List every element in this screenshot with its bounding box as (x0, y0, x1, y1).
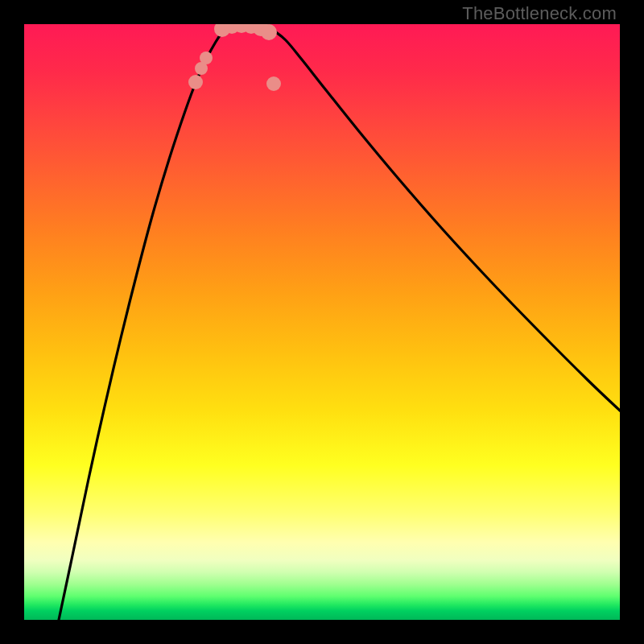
data-marker (266, 76, 281, 91)
watermark-text: TheBottleneck.com (462, 3, 617, 24)
data-marker (261, 24, 277, 40)
plot-area (24, 24, 620, 620)
chart-frame: TheBottleneck.com (0, 0, 644, 644)
data-marker (188, 75, 203, 89)
data-marker (200, 52, 213, 64)
chart-svg (24, 24, 620, 620)
curve-left-curve (59, 24, 232, 620)
curve-markers (188, 24, 281, 91)
curve-lines (59, 24, 620, 620)
curve-right-curve (266, 24, 620, 411)
